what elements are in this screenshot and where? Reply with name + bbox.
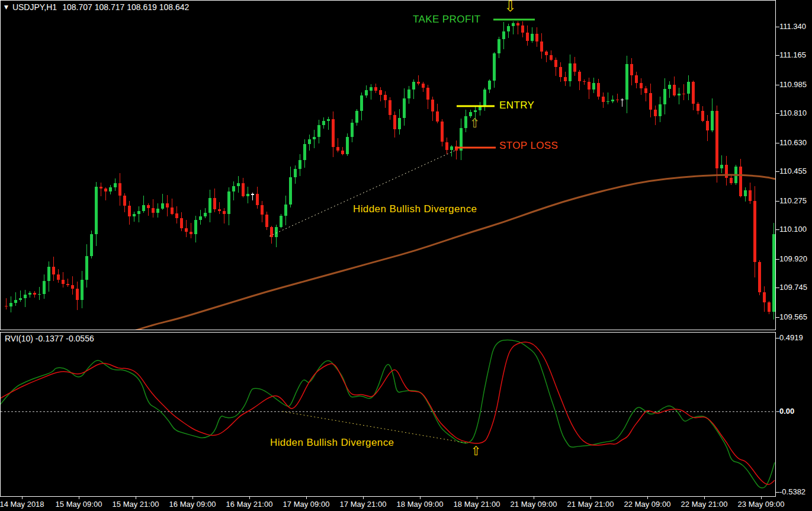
candle-body (28, 293, 31, 295)
candle-body (123, 196, 126, 206)
candle-body (649, 93, 652, 109)
time-axis-label: 16 May 09:00 (169, 500, 216, 509)
candle-body (474, 110, 477, 112)
candle-body (175, 213, 178, 218)
candle-body (578, 72, 581, 81)
price-axis-label: 110.275 (779, 196, 807, 205)
candle-body (673, 85, 676, 95)
candle-body (393, 115, 396, 129)
candle-body (583, 81, 586, 82)
candle-body (246, 194, 249, 196)
candle-body (663, 89, 666, 104)
rvi-buy-arrow-icon[interactable]: ⇧ (471, 445, 482, 458)
candle-body (128, 206, 131, 216)
candle-body (76, 289, 79, 300)
candle-body (355, 111, 358, 123)
price-axis-label: 110.810 (779, 108, 807, 117)
candle-body (692, 82, 695, 104)
candle-body (540, 41, 543, 52)
candle-body (706, 121, 709, 131)
candle-body (289, 177, 292, 205)
candles-layer (5, 21, 775, 319)
candle-body (516, 23, 519, 26)
rvi-axis-label: 0.4919 (779, 333, 803, 342)
rvi-plot-frame (1, 333, 776, 497)
candle-body (512, 23, 515, 27)
candle-body (749, 190, 752, 201)
candle-body (630, 64, 633, 75)
candle-body (611, 100, 614, 101)
candle-body (299, 160, 301, 169)
candle-body (52, 267, 55, 274)
candle-body (194, 220, 197, 234)
candle-body (57, 274, 60, 280)
buy-arrow-icon[interactable]: ⇧ (470, 117, 480, 130)
candle-body (242, 183, 245, 196)
candle-body (185, 228, 188, 232)
rvi-line (0, 340, 775, 488)
candle-body (19, 298, 22, 300)
candle-body (697, 104, 699, 111)
time-axis-label: 22 May 09:00 (624, 500, 671, 509)
candle-body (715, 111, 718, 168)
candle-body (5, 306, 8, 306)
candle-body (270, 227, 273, 237)
candle-body (161, 203, 164, 209)
candle-body (426, 88, 429, 100)
candle-body (488, 81, 491, 90)
hidden-bullish-divergence-label-rvi[interactable]: Hidden Bullish Divergence (270, 437, 394, 449)
candle-body (332, 119, 335, 147)
candle-body (464, 116, 467, 128)
candle-body (327, 119, 330, 122)
candle-body (322, 121, 325, 125)
entry-label[interactable]: ENTRY (499, 100, 534, 111)
candle-body (365, 90, 368, 95)
panel-frames (1, 1, 779, 500)
time-axis-label: 15 May 09:00 (56, 500, 102, 509)
candle-body (152, 208, 155, 213)
candle-body (308, 139, 311, 143)
candle-body (531, 34, 534, 41)
candle-body (602, 97, 605, 102)
candle-body (166, 203, 169, 207)
candle-body (142, 205, 145, 211)
candle-body (554, 60, 557, 67)
candle-body (100, 187, 102, 189)
candle-body (758, 262, 761, 292)
take-profit-label[interactable]: TAKE PROFIT (413, 14, 481, 25)
price-axis-label: 110.985 (779, 80, 807, 89)
sell-arrow-icon[interactable]: ⇩ (504, 0, 516, 14)
candle-body (180, 218, 183, 228)
main-plot-frame (1, 1, 776, 330)
stop-loss-label[interactable]: STOP LOSS (499, 140, 558, 152)
candle-body (313, 137, 316, 139)
candle-body (417, 82, 420, 84)
candle-body (66, 284, 69, 285)
candle-body (284, 205, 287, 216)
candle-body (720, 165, 723, 168)
candle-body (436, 111, 439, 122)
candle-body (85, 256, 88, 280)
candle-body (422, 84, 425, 88)
candle-body (204, 213, 207, 216)
candle-body (208, 198, 211, 213)
candle-body (190, 232, 192, 234)
chart-canvas[interactable] (0, 0, 812, 511)
candle-body (678, 94, 681, 95)
candle-body (62, 280, 65, 283)
candle-body (81, 280, 84, 300)
time-axis-label: 14 May 2018 (0, 500, 44, 509)
hidden-bullish-divergence-label-main[interactable]: Hidden Bullish Divergence (353, 203, 477, 215)
triangle-down-icon[interactable]: ▼ (4, 4, 8, 10)
candle-body (588, 82, 590, 90)
candle-body (374, 87, 377, 90)
price-axis-label: 110.455 (779, 167, 807, 175)
candle-body (294, 169, 297, 177)
candle-body (498, 39, 500, 53)
candle-body (38, 294, 41, 295)
candle-body (47, 267, 50, 281)
candle-body (118, 183, 121, 196)
candle-body (104, 189, 107, 191)
candle-body (232, 186, 235, 191)
candle-body (95, 187, 98, 235)
